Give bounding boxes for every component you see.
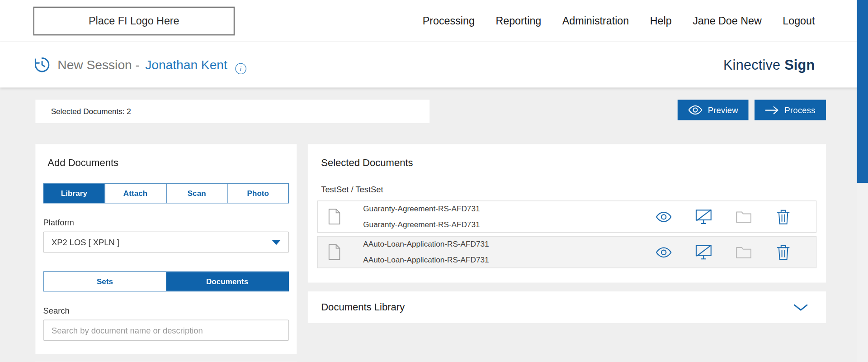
session-user-link[interactable]: Jonathan Kent	[145, 57, 227, 72]
toggle-sets[interactable]: Sets	[44, 272, 166, 291]
selected-documents-panel: Selected Documents TestSet / TestSet Gua…	[308, 144, 826, 282]
brand-regular: Kinective	[723, 57, 780, 72]
fi-logo-text: Place FI Logo Here	[89, 14, 179, 27]
add-documents-tabs: Library Attach Scan Photo	[43, 183, 289, 203]
history-icon	[33, 56, 51, 74]
nav-item-reporting[interactable]: Reporting	[495, 14, 541, 27]
documents-library-panel[interactable]: Documents Library	[308, 291, 826, 323]
selected-count-bar: Selected Documents: 2	[35, 100, 429, 123]
tab-scan[interactable]: Scan	[166, 184, 227, 203]
row-actions	[656, 244, 792, 260]
process-button[interactable]: Process	[755, 100, 826, 120]
page-scrollbar[interactable]	[857, 0, 868, 362]
document-text: Guaranty-Agreement-RS-AFD731 Guaranty-Ag…	[363, 200, 656, 233]
tab-attach[interactable]: Attach	[104, 184, 166, 203]
folder-icon[interactable]	[735, 244, 752, 260]
document-name: Guaranty-Agreement-RS-AFD731	[363, 200, 656, 217]
toolbar-row: Selected Documents: 2 Preview	[35, 100, 826, 123]
eye-icon	[688, 105, 703, 115]
toolbar-buttons: Preview Process	[677, 100, 826, 120]
preview-button[interactable]: Preview	[677, 100, 749, 120]
document-icon	[328, 244, 341, 261]
documents-library-title: Documents Library	[321, 301, 405, 313]
sets-documents-toggle: Sets Documents	[43, 272, 289, 291]
page-title: New Session -	[57, 57, 140, 72]
folder-icon[interactable]	[735, 209, 752, 224]
nav-item-processing[interactable]: Processing	[423, 14, 475, 27]
row-actions	[656, 209, 792, 224]
document-description: Guaranty-Agreement-RS-AFD731	[363, 217, 656, 233]
monitor-slash-icon[interactable]	[695, 244, 712, 260]
brand-bold: Sign	[784, 57, 815, 72]
add-documents-title: Add Documents	[47, 157, 289, 169]
fi-logo-placeholder: Place FI Logo Here	[33, 6, 235, 35]
document-icon	[328, 208, 341, 225]
right-column: Selected Documents TestSet / TestSet Gua…	[308, 144, 826, 323]
nav-item-logout[interactable]: Logout	[783, 14, 815, 27]
left-column: Add Documents Library Attach Scan Photo …	[35, 144, 297, 362]
trash-icon[interactable]	[775, 244, 792, 260]
app-viewport: Place FI Logo Here Processing Reporting …	[0, 0, 868, 362]
panels: Add Documents Library Attach Scan Photo …	[35, 144, 868, 362]
nav-item-help[interactable]: Help	[650, 14, 672, 27]
info-icon[interactable]: i	[235, 63, 246, 74]
brand-logo: Kinective Sign	[723, 57, 815, 73]
nav-item-administration[interactable]: Administration	[562, 14, 629, 27]
eye-icon[interactable]	[656, 209, 672, 224]
caret-down-icon	[272, 240, 281, 245]
selected-count-label: Selected Documents: 2	[51, 107, 131, 116]
add-documents-panel: Add Documents Library Attach Scan Photo …	[35, 144, 297, 354]
set-path: TestSet / TestSet	[321, 185, 816, 194]
monitor-slash-icon[interactable]	[695, 209, 712, 224]
selected-documents-title: Selected Documents	[321, 157, 816, 169]
search-input[interactable]	[43, 320, 289, 341]
nav-item-user[interactable]: Jane Doe New	[693, 14, 762, 27]
chevron-down-icon[interactable]	[793, 303, 808, 311]
search-label: Search	[43, 306, 289, 315]
document-description: AAuto-Loan-Application-RS-AFD731	[363, 252, 656, 268]
document-row: AAuto-Loan-Application-RS-AFD731 AAuto-L…	[317, 236, 816, 268]
preview-button-label: Preview	[708, 105, 738, 115]
tab-library[interactable]: Library	[44, 184, 104, 203]
trash-icon[interactable]	[775, 209, 792, 224]
document-name: AAuto-Loan-Application-RS-AFD731	[363, 236, 656, 252]
tab-photo[interactable]: Photo	[227, 184, 288, 203]
document-row: Guaranty-Agreement-RS-AFD731 Guaranty-Ag…	[317, 200, 816, 233]
eye-icon[interactable]	[656, 244, 672, 260]
primary-nav: Processing Reporting Administration Help…	[423, 14, 815, 27]
toggle-documents[interactable]: Documents	[166, 272, 288, 291]
scrollbar-thumb[interactable]	[857, 0, 868, 183]
platform-select-value: XP2 LOS [ XPLN ]	[52, 238, 119, 247]
platform-label: Platform	[43, 218, 289, 227]
top-bar: Place FI Logo Here Processing Reporting …	[0, 0, 868, 42]
process-button-label: Process	[785, 105, 816, 115]
session-header: New Session - Jonathan Kent i Kinective …	[0, 42, 868, 87]
arrow-right-icon	[765, 105, 779, 114]
platform-select[interactable]: XP2 LOS [ XPLN ]	[43, 232, 289, 253]
main-content: Selected Documents: 2 Preview	[0, 87, 868, 362]
document-text: AAuto-Loan-Application-RS-AFD731 AAuto-L…	[363, 236, 656, 268]
session-title-group: New Session - Jonathan Kent i	[33, 55, 246, 74]
